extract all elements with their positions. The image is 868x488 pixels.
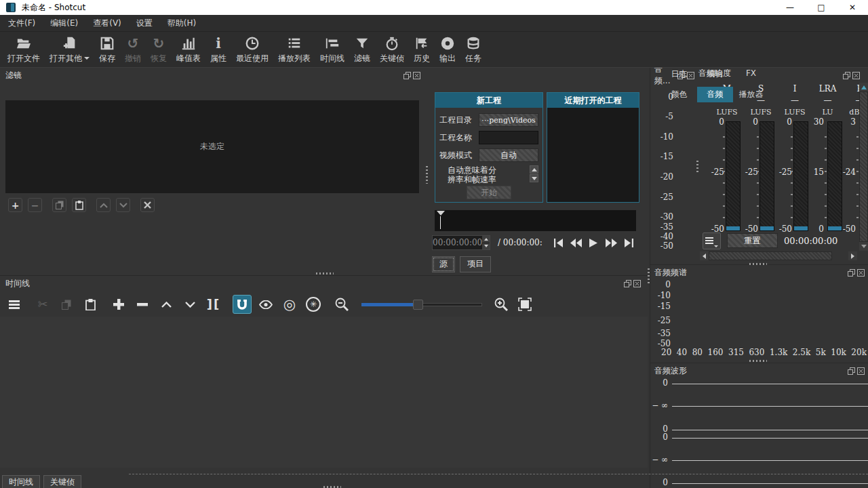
properties-button[interactable]: i 属性 bbox=[205, 33, 231, 66]
zoom-fit-button[interactable] bbox=[515, 295, 534, 314]
zoom-in-button[interactable] bbox=[492, 295, 511, 314]
scroll-up-icon[interactable] bbox=[859, 83, 868, 92]
position-timecode[interactable]: 00:00:00:00 bbox=[433, 238, 482, 247]
close-panel-icon[interactable] bbox=[857, 269, 865, 277]
open-file-button[interactable]: 打开文件 bbox=[3, 33, 45, 66]
scroll-down-icon[interactable] bbox=[530, 174, 538, 182]
paste-button[interactable] bbox=[81, 295, 100, 314]
ripple-delete-button[interactable] bbox=[133, 295, 152, 314]
layout-tab-fx[interactable]: FX bbox=[733, 66, 769, 82]
skip-to-end-button[interactable] bbox=[623, 238, 635, 247]
close-panel-icon[interactable] bbox=[413, 72, 420, 79]
float-panel-icon[interactable] bbox=[403, 72, 411, 79]
close-button[interactable]: ✕ bbox=[837, 0, 868, 15]
recent-button[interactable]: 最近使用 bbox=[231, 33, 273, 66]
video-mode-button[interactable]: 自动 bbox=[479, 148, 538, 162]
lift-button[interactable] bbox=[157, 295, 176, 314]
paste-filter-button[interactable] bbox=[72, 198, 86, 212]
layout-tab-color[interactable]: 颜色 bbox=[661, 87, 697, 102]
undo-button[interactable]: ↺ 撤销 bbox=[120, 33, 146, 66]
fast-forward-button[interactable] bbox=[606, 238, 617, 247]
scrub-while-dragging-button[interactable] bbox=[256, 295, 275, 314]
project-dir-button[interactable]: ⋯peng\Videos bbox=[479, 113, 538, 127]
splitter-handle[interactable] bbox=[749, 263, 767, 265]
splitter-handle[interactable] bbox=[426, 166, 428, 184]
layout-tab-logging[interactable]: 日志 bbox=[661, 66, 697, 82]
jobs-button[interactable]: 任务 bbox=[460, 33, 486, 66]
open-other-button[interactable]: 打开其他 bbox=[45, 33, 94, 66]
keyframes-button[interactable]: 关键侦 bbox=[375, 33, 409, 66]
float-panel-icon[interactable] bbox=[624, 280, 631, 287]
layout-tab-editing[interactable]: 编辑 bbox=[697, 66, 733, 82]
horizontal-scrollbar[interactable] bbox=[700, 251, 857, 260]
redo-button[interactable]: ↻ 恢复 bbox=[146, 33, 172, 66]
filters-button[interactable]: 滤镜 bbox=[349, 33, 375, 66]
append-button[interactable] bbox=[109, 295, 128, 314]
scroll-down-icon[interactable] bbox=[859, 242, 868, 251]
menu-view[interactable]: 查看(V) bbox=[87, 16, 127, 31]
scroll-up-icon[interactable] bbox=[530, 165, 538, 174]
close-panel-icon[interactable] bbox=[852, 72, 860, 79]
scroll-left-icon[interactable] bbox=[700, 251, 709, 260]
loudness-menu-button[interactable] bbox=[703, 232, 721, 249]
rewind-button[interactable] bbox=[570, 238, 582, 247]
close-panel-icon[interactable] bbox=[857, 367, 865, 375]
peak-meter-button[interactable]: 峰值表 bbox=[172, 33, 205, 66]
start-button[interactable]: 开始 bbox=[467, 186, 511, 199]
save-button[interactable]: 保存 bbox=[94, 33, 120, 66]
scroll-right-icon[interactable] bbox=[848, 251, 857, 260]
history-button[interactable]: 历史 bbox=[409, 33, 435, 66]
menu-settings[interactable]: 设置 bbox=[131, 16, 158, 31]
ripple-all-tracks-button[interactable]: ✳ bbox=[304, 295, 323, 314]
project-name-input[interactable] bbox=[479, 131, 538, 144]
dock-tab-timeline[interactable]: 时间线 bbox=[2, 475, 40, 488]
export-button[interactable]: 输出 bbox=[435, 33, 460, 66]
timeline-tracks-area[interactable] bbox=[0, 317, 648, 468]
overwrite-button[interactable] bbox=[180, 295, 199, 314]
close-panel-icon[interactable] bbox=[633, 280, 641, 287]
zoom-out-button[interactable] bbox=[332, 295, 351, 314]
copy-filter-button[interactable] bbox=[52, 198, 66, 212]
skip-to-start-button[interactable] bbox=[553, 238, 564, 247]
cut-button[interactable]: ✂ bbox=[33, 295, 52, 314]
layout-tab-player[interactable]: 播放器 bbox=[733, 87, 769, 102]
splitter-handle[interactable] bbox=[749, 360, 767, 362]
hint-scroll-spinner[interactable] bbox=[530, 165, 538, 184]
tab-source[interactable]: 源 bbox=[432, 256, 455, 272]
menu-file[interactable]: 文件(F) bbox=[3, 16, 41, 31]
dock-tab-keyframes[interactable]: 关键侦 bbox=[43, 475, 81, 488]
ripple-toggle-button[interactable]: ◎ bbox=[280, 295, 299, 314]
splitter-handle[interactable] bbox=[316, 272, 334, 274]
copy-button[interactable] bbox=[57, 295, 76, 314]
loudness-reset-button[interactable]: 重置 bbox=[727, 233, 778, 248]
player-scrub-bar[interactable] bbox=[435, 210, 636, 231]
play-button[interactable] bbox=[588, 238, 599, 247]
menu-help[interactable]: 帮助(H) bbox=[162, 16, 201, 31]
menu-edit[interactable]: 编辑(E) bbox=[45, 16, 83, 31]
maximize-button[interactable]: □ bbox=[806, 0, 837, 15]
zoom-slider-handle[interactable] bbox=[413, 300, 423, 310]
float-panel-icon[interactable] bbox=[843, 72, 850, 79]
splitter-handle[interactable] bbox=[696, 161, 698, 173]
splitter-handle[interactable] bbox=[648, 268, 650, 285]
timeline-zoom-slider[interactable] bbox=[361, 295, 482, 314]
position-spinbox[interactable]: 00:00:00:00 bbox=[432, 235, 490, 250]
recent-projects-list[interactable] bbox=[547, 108, 639, 202]
snap-toggle-button[interactable] bbox=[233, 295, 252, 314]
timecode-up-icon[interactable] bbox=[482, 236, 490, 243]
deselect-filter-button[interactable] bbox=[140, 198, 155, 212]
playlist-button[interactable]: 播放列表 bbox=[273, 33, 315, 66]
vertical-scrollbar[interactable] bbox=[859, 83, 868, 251]
scrollbar-thumb[interactable] bbox=[709, 251, 832, 260]
minimize-button[interactable]: — bbox=[774, 0, 806, 15]
timeline-button[interactable]: 时间线 bbox=[315, 33, 349, 66]
tab-project[interactable]: 项目 bbox=[460, 256, 491, 272]
move-filter-down-button[interactable] bbox=[116, 198, 130, 212]
split-button[interactable]: ][ bbox=[204, 295, 223, 314]
float-panel-icon[interactable] bbox=[848, 367, 855, 375]
float-panel-icon[interactable] bbox=[848, 269, 855, 277]
layout-tab-audio[interactable]: 音频 bbox=[697, 87, 733, 102]
timecode-down-icon[interactable] bbox=[482, 243, 490, 250]
timeline-menu-button[interactable] bbox=[5, 295, 24, 314]
scrollbar-thumb[interactable] bbox=[859, 92, 868, 242]
